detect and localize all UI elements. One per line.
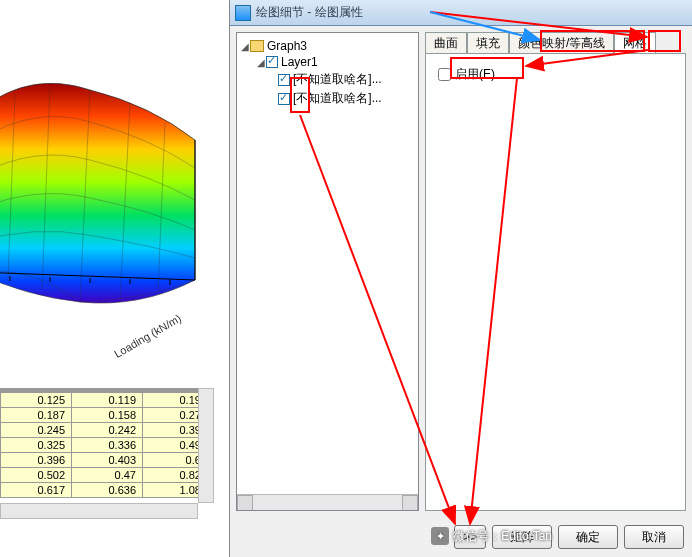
tree-label: [不知道取啥名]... (293, 90, 382, 107)
table-cell[interactable]: 0.242 (72, 423, 143, 438)
table-cell[interactable]: 0.47 (72, 468, 143, 483)
watermark: ✦ 微信号：EditorTan (431, 527, 552, 545)
table-scrollbar-horizontal[interactable] (0, 503, 198, 519)
table-cell[interactable]: 0.336 (72, 438, 143, 453)
layer-tree-panel: ◢ Graph3 ◢ Layer1 [不知道取啥名]... [不知道取啥名]..… (236, 32, 419, 511)
plot-details-dialog: 绘图细节 - 绘图属性 ◢ Graph3 ◢ Layer1 [不知道取啥名]..… (229, 0, 692, 557)
table-cell[interactable]: 0.403 (72, 453, 143, 468)
tab-content-grid: 启用(E) (425, 53, 686, 511)
folder-icon (250, 40, 264, 52)
table-cell[interactable]: 0.187 (1, 408, 72, 423)
enable-label: 启用(E) (455, 66, 495, 83)
collapse-arrow-icon[interactable]: ◢ (240, 41, 250, 52)
tab-colormap[interactable]: 颜色映射/等高线 (509, 32, 614, 53)
enable-checkbox-row[interactable]: 启用(E) (438, 66, 495, 83)
table-cell[interactable]: 0.617 (1, 483, 72, 498)
tree-layer[interactable]: ◢ Layer1 (240, 54, 415, 70)
tree-label: Graph3 (267, 39, 307, 53)
ok-button[interactable]: 确定 (558, 525, 618, 549)
background-plot-pane: Loading (kN/m) 0.1250.1190.1910.1870.158… (0, 0, 214, 557)
tab-fill[interactable]: 填充 (467, 32, 509, 53)
table-cell[interactable]: 0.636 (72, 483, 143, 498)
tab-panel: 曲面 填充 颜色映射/等高线 网格 启用(E) (425, 32, 686, 511)
cancel-button[interactable]: 取消 (624, 525, 684, 549)
enable-checkbox[interactable] (438, 68, 451, 81)
table-scrollbar-vertical[interactable] (198, 388, 214, 503)
checkbox-icon[interactable] (278, 74, 290, 86)
tab-curve[interactable]: 曲面 (425, 32, 467, 53)
checkbox-icon[interactable] (266, 56, 278, 68)
tab-bar: 曲面 填充 颜色映射/等高线 网格 (425, 32, 686, 54)
tree-dataset[interactable]: [不知道取啥名]... (240, 70, 415, 89)
tree-label: Layer1 (281, 55, 318, 69)
table-cell[interactable]: 0.502 (1, 468, 72, 483)
table-cell[interactable]: 0.245 (1, 423, 72, 438)
table-cell[interactable]: 0.158 (72, 408, 143, 423)
checkbox-icon[interactable] (278, 93, 290, 105)
data-table: 0.1250.1190.1910.1870.1580.2770.2450.242… (0, 388, 214, 518)
table-cell[interactable]: 0.325 (1, 438, 72, 453)
tab-grid[interactable]: 网格 (614, 32, 656, 54)
collapse-arrow-icon[interactable]: ◢ (256, 57, 266, 68)
table-cell[interactable]: 0.125 (1, 393, 72, 408)
surface-plot: Loading (kN/m) (0, 0, 214, 384)
surface-mesh (0, 50, 200, 330)
dialog-titlebar[interactable]: 绘图细节 - 绘图属性 (230, 0, 692, 26)
table-cell[interactable]: 0.119 (72, 393, 143, 408)
dialog-title: 绘图细节 - 绘图属性 (256, 4, 363, 21)
tree-root-graph[interactable]: ◢ Graph3 (240, 38, 415, 54)
app-icon (235, 5, 251, 21)
table-cell[interactable]: 0.396 (1, 453, 72, 468)
tree-scrollbar-horizontal[interactable] (237, 494, 418, 510)
tree-dataset[interactable]: [不知道取啥名]... (240, 89, 415, 108)
tree-label: [不知道取啥名]... (293, 71, 382, 88)
watermark-text: 微信号：EditorTan (453, 528, 552, 545)
wechat-icon: ✦ (431, 527, 449, 545)
